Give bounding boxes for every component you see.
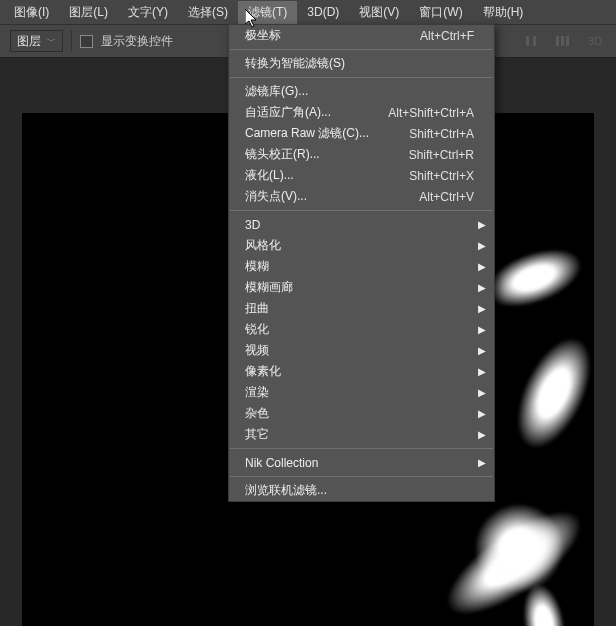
menu-item-shortcut: Alt+Shift+Ctrl+A xyxy=(388,106,474,120)
menu-item-label: 滤镜库(G)... xyxy=(245,83,308,100)
menu-item-label: 液化(L)... xyxy=(245,167,294,184)
menubar-item[interactable]: 选择(S) xyxy=(178,1,238,24)
menu-item-label: 转换为智能滤镜(S) xyxy=(245,55,345,72)
menu-item-label: 镜头校正(R)... xyxy=(245,146,320,163)
menubar-item[interactable]: 窗口(W) xyxy=(409,1,472,24)
menu-item[interactable]: 镜头校正(R)...Shift+Ctrl+R xyxy=(229,144,494,165)
menu-item-label: 模糊 xyxy=(245,258,269,275)
menu-item-label: 模糊画廊 xyxy=(245,279,293,296)
menu-item[interactable]: 自适应广角(A)...Alt+Shift+Ctrl+A xyxy=(229,102,494,123)
menu-item-label: Camera Raw 滤镜(C)... xyxy=(245,125,369,142)
mode-3d-button[interactable]: 3D xyxy=(582,28,608,54)
menubar: 图像(I)图层(L)文字(Y)选择(S)滤镜(T)3D(D)视图(V)窗口(W)… xyxy=(0,0,616,24)
menu-item[interactable]: 浏览联机滤镜... xyxy=(229,480,494,501)
menubar-item[interactable]: 图层(L) xyxy=(59,1,118,24)
align-icon[interactable] xyxy=(518,28,544,54)
menu-item[interactable]: 风格化▶ xyxy=(229,235,494,256)
menu-item-shortcut: Shift+Ctrl+X xyxy=(409,169,474,183)
svg-rect-0 xyxy=(526,36,529,46)
menu-item[interactable]: 转换为智能滤镜(S) xyxy=(229,53,494,74)
menu-item[interactable]: 模糊▶ xyxy=(229,256,494,277)
menu-separator xyxy=(230,476,493,477)
menu-item[interactable]: 杂色▶ xyxy=(229,403,494,424)
menubar-item[interactable]: 文字(Y) xyxy=(118,1,178,24)
menu-item[interactable]: 模糊画廊▶ xyxy=(229,277,494,298)
submenu-arrow-icon: ▶ xyxy=(478,408,486,419)
menubar-item[interactable]: 图像(I) xyxy=(4,1,59,24)
submenu-arrow-icon: ▶ xyxy=(478,345,486,356)
submenu-arrow-icon: ▶ xyxy=(478,240,486,251)
menu-item[interactable]: 渲染▶ xyxy=(229,382,494,403)
menu-item[interactable]: 锐化▶ xyxy=(229,319,494,340)
show-transform-checkbox[interactable] xyxy=(80,35,93,48)
menu-item[interactable]: 扭曲▶ xyxy=(229,298,494,319)
menu-item[interactable]: 滤镜库(G)... xyxy=(229,81,494,102)
chevron-down-icon: ﹀ xyxy=(47,35,56,48)
menu-item-label: 其它 xyxy=(245,426,269,443)
show-transform-label: 显示变换控件 xyxy=(101,33,173,50)
menu-item-shortcut: Shift+Ctrl+R xyxy=(409,148,474,162)
submenu-arrow-icon: ▶ xyxy=(478,261,486,272)
menu-item-label: 扭曲 xyxy=(245,300,269,317)
menu-item-label: 消失点(V)... xyxy=(245,188,307,205)
menubar-item[interactable]: 帮助(H) xyxy=(473,1,534,24)
menu-separator xyxy=(230,210,493,211)
menu-item[interactable]: 其它▶ xyxy=(229,424,494,445)
menu-item-label: 渲染 xyxy=(245,384,269,401)
submenu-arrow-icon: ▶ xyxy=(478,303,486,314)
svg-rect-2 xyxy=(556,36,559,46)
menu-item[interactable]: 3D▶ xyxy=(229,214,494,235)
menu-item[interactable]: Camera Raw 滤镜(C)...Shift+Ctrl+A xyxy=(229,123,494,144)
menu-item-label: 视频 xyxy=(245,342,269,359)
layer-select-label: 图层 xyxy=(17,33,41,50)
menu-item-label: Nik Collection xyxy=(245,456,318,470)
menubar-item[interactable]: 视图(V) xyxy=(349,1,409,24)
submenu-arrow-icon: ▶ xyxy=(478,429,486,440)
menu-separator xyxy=(230,49,493,50)
submenu-arrow-icon: ▶ xyxy=(478,219,486,230)
filter-menu-dropdown: 极坐标Alt+Ctrl+F转换为智能滤镜(S)滤镜库(G)...自适应广角(A)… xyxy=(228,24,495,502)
menu-item-label: 3D xyxy=(245,218,260,232)
menu-item-label: 自适应广角(A)... xyxy=(245,104,331,121)
menu-item[interactable]: 像素化▶ xyxy=(229,361,494,382)
svg-rect-1 xyxy=(533,36,536,46)
menubar-item[interactable]: 滤镜(T) xyxy=(238,1,297,24)
distribute-icon[interactable] xyxy=(550,28,576,54)
menu-separator xyxy=(230,77,493,78)
layer-select[interactable]: 图层 ﹀ xyxy=(10,30,63,52)
menu-item[interactable]: 液化(L)...Shift+Ctrl+X xyxy=(229,165,494,186)
menubar-item[interactable]: 3D(D) xyxy=(297,2,349,22)
divider xyxy=(71,30,72,52)
submenu-arrow-icon: ▶ xyxy=(478,457,486,468)
toolbar-right: 3D xyxy=(518,28,616,54)
menu-item-label: 极坐标 xyxy=(245,27,281,44)
menu-item[interactable]: 极坐标Alt+Ctrl+F xyxy=(229,25,494,46)
svg-rect-4 xyxy=(566,36,569,46)
menu-item-shortcut: Alt+Ctrl+V xyxy=(419,190,474,204)
submenu-arrow-icon: ▶ xyxy=(478,324,486,335)
menu-item[interactable]: 视频▶ xyxy=(229,340,494,361)
menu-separator xyxy=(230,448,493,449)
svg-rect-3 xyxy=(561,36,564,46)
submenu-arrow-icon: ▶ xyxy=(478,366,486,377)
menu-item-label: 杂色 xyxy=(245,405,269,422)
menu-item-label: 像素化 xyxy=(245,363,281,380)
submenu-arrow-icon: ▶ xyxy=(478,282,486,293)
menu-item-label: 风格化 xyxy=(245,237,281,254)
menu-item[interactable]: Nik Collection▶ xyxy=(229,452,494,473)
menu-item[interactable]: 消失点(V)...Alt+Ctrl+V xyxy=(229,186,494,207)
menu-item-shortcut: Shift+Ctrl+A xyxy=(409,127,474,141)
menu-item-label: 浏览联机滤镜... xyxy=(245,482,327,499)
menu-item-label: 锐化 xyxy=(245,321,269,338)
menu-item-shortcut: Alt+Ctrl+F xyxy=(420,29,474,43)
submenu-arrow-icon: ▶ xyxy=(478,387,486,398)
